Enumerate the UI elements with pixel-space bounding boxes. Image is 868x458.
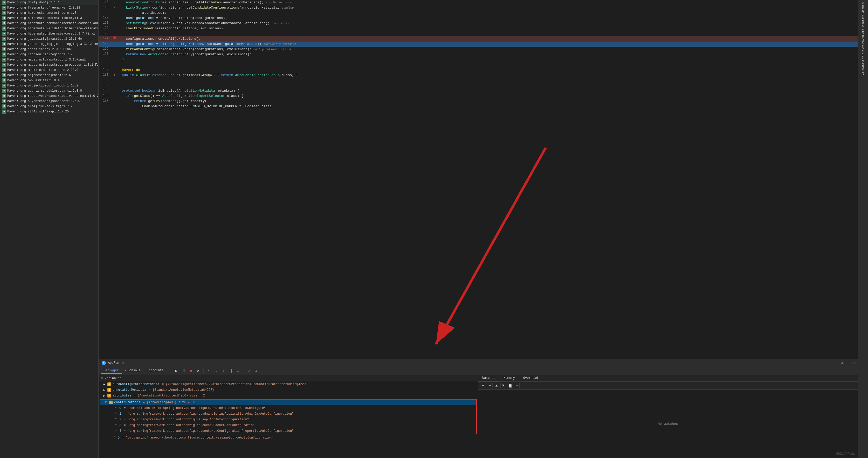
btn-stop[interactable]: ■ bbox=[188, 368, 194, 374]
btn-remove-watch[interactable]: − bbox=[487, 383, 493, 389]
maven-item[interactable]: MMaven: org.dom4j:dom4j:2.1.1 bbox=[0, 0, 98, 5]
maven-item-label: Maven: org.hamcrest:hamcrest-library:1.3 bbox=[7, 16, 82, 20]
var-expand[interactable] bbox=[110, 407, 113, 410]
code-content[interactable]: 118✓ AnnotationAttributes attributes = g… bbox=[99, 0, 858, 359]
btn-rerun[interactable]: ↺ bbox=[195, 368, 201, 374]
maven-item[interactable]: MMaven: org.javassist:javassist:3.23.1-G… bbox=[0, 36, 98, 41]
var-item[interactable]: ▼=configurations = {ArrayList@4408} size… bbox=[100, 400, 476, 405]
btn-resume[interactable]: ▶ bbox=[173, 368, 180, 374]
maven-icon: M bbox=[2, 6, 6, 10]
maven-item[interactable]: MMaven: org.lionsoul:ip2region:1.7.2 bbox=[0, 52, 98, 57]
var-expand[interactable] bbox=[110, 418, 113, 421]
maven-item[interactable]: MMaven: org.hibernate.common:hibernate-c… bbox=[0, 21, 98, 26]
btn-infinite[interactable]: ∞ bbox=[514, 383, 520, 389]
btn-move-down[interactable]: ▼ bbox=[500, 383, 506, 389]
var-expand[interactable] bbox=[110, 429, 113, 433]
btn-move-up[interactable]: ▲ bbox=[494, 383, 499, 389]
tab-watches[interactable]: Watches bbox=[478, 375, 499, 381]
line-gutter: ✓ bbox=[112, 5, 118, 9]
variables-content[interactable]: ▶oautoConfigurationMetadata = {AutoConfi… bbox=[99, 381, 478, 458]
btn-mute-breakpoints[interactable]: ⊘ bbox=[245, 368, 252, 374]
btn-add-watch[interactable]: + bbox=[480, 383, 486, 389]
btn-step-out[interactable]: ↑ bbox=[220, 368, 226, 374]
var-item[interactable]: "1 = "org.springframework.boot.autoconfi… bbox=[100, 411, 476, 417]
maven-item[interactable]: MMaven: org.jboss.jandex:2.0.5.Final bbox=[0, 47, 98, 52]
btn-pause[interactable]: ⏸ bbox=[181, 368, 187, 374]
sidebar-item[interactable]: Zoytic bbox=[859, 44, 867, 52]
maven-item-label: Maven: org.ow2.asm:asm:5.0.4 bbox=[7, 79, 60, 82]
maven-item[interactable]: MMaven: org.objenesis:objenesis:2.6 bbox=[0, 73, 98, 78]
maven-item[interactable]: MMaven: org.skyscreamer:jsonassert:1.5.0 bbox=[0, 99, 98, 104]
var-expand[interactable]: ▼ bbox=[104, 401, 107, 404]
var-value: = "org.springframework.boot.autoconfigur… bbox=[124, 424, 256, 427]
apprun-close[interactable]: ✕ bbox=[122, 361, 124, 365]
maven-item[interactable]: MMaven: org.hibernate:hibernate-core:5.3… bbox=[0, 31, 98, 36]
maven-item[interactable]: MMaven: org.quartz-scheduler:quartz:2.3.… bbox=[0, 88, 98, 93]
maven-item[interactable]: MMaven: org.ow2.asm:asm:5.0.4 bbox=[0, 78, 98, 83]
sidebar-item[interactable]: DataBase bbox=[859, 10, 867, 19]
variables-panel: ⊠ Variables ▶oautoConfigurationMetadata … bbox=[99, 375, 478, 458]
var-expand[interactable]: ▶ bbox=[103, 383, 106, 386]
var-item[interactable]: "2 = "org.springframework.boot.autoconfi… bbox=[100, 417, 476, 423]
var-item[interactable]: "4 = "org.springframework.boot.autoconfi… bbox=[100, 428, 476, 434]
apprun-label: AppRun bbox=[108, 361, 119, 365]
maven-item[interactable]: MMaven: org.projectlombok:lombok:1.18.2 bbox=[0, 83, 98, 88]
maven-item-label: Maven: org.hibernate.common:hibernate-co… bbox=[7, 22, 98, 25]
maven-item[interactable]: MMaven: org.jboss.logging:jboss-logging:… bbox=[0, 41, 98, 47]
maven-item[interactable]: MMaven: org.hamcrest:hamcrest-core:1.3 bbox=[0, 10, 98, 16]
maven-item[interactable]: MMaven: org.mapstruct:mapstruct-processo… bbox=[0, 62, 98, 67]
tab-memory[interactable]: Memory bbox=[499, 375, 519, 381]
maven-item-label: Maven: org.hamcrest:hamcrest-core:1.3 bbox=[7, 11, 76, 15]
tab-overhead[interactable]: Overhead bbox=[519, 375, 542, 381]
var-expand[interactable] bbox=[108, 436, 111, 439]
bottom-panel: ⊠ Variables ▶oautoConfigurationMetadata … bbox=[99, 375, 858, 458]
sidebar-item[interactable]: PlantUML bbox=[859, 60, 867, 68]
btn-evaluate[interactable]: ✏ bbox=[235, 368, 241, 374]
tab-debugger[interactable]: Debugger bbox=[101, 368, 122, 374]
maven-item[interactable]: MMaven: org.slf4j:jul-to-slf4j:1.7.25 bbox=[0, 104, 98, 109]
sidebar-item[interactable]: Bean Validato bbox=[859, 68, 867, 77]
btn-run-to-cursor[interactable]: →| bbox=[227, 368, 234, 374]
filter-icon[interactable]: ⊠ bbox=[101, 376, 102, 380]
maven-item-label: Maven: org.quartz-scheduler:quartz:2.3.0 bbox=[7, 89, 82, 93]
var-icon: " bbox=[114, 412, 118, 416]
maven-item[interactable]: MMaven: org.mapstruct:mapstruct:1.3.1.Fi… bbox=[0, 57, 98, 62]
var-item[interactable]: ▶oautoConfigurationMetadata = {AutoConfi… bbox=[99, 381, 478, 387]
btn-copy-watch[interactable]: 📋 bbox=[507, 383, 513, 389]
btn-step-into[interactable]: ↓ bbox=[213, 368, 219, 374]
sidebar-item[interactable]: Art bbox=[859, 27, 867, 35]
maven-item[interactable]: MMaven: org.slf4i:slf4i-api:1.7.25 bbox=[0, 109, 98, 114]
maven-item[interactable]: MMaven: org.mockito:mockito-core:2.23.0 bbox=[0, 67, 98, 73]
var-item[interactable]: "5 = "org.springframework.boot.autoconfi… bbox=[99, 435, 478, 440]
var-item[interactable]: ▶=attributes = {AnnotationAttributes@425… bbox=[99, 393, 478, 399]
var-item[interactable]: ▶oannotationMetadata = {StandardAnnotati… bbox=[99, 387, 478, 393]
sidebar-item[interactable]: Codota bbox=[859, 19, 867, 27]
maven-item[interactable]: MMaven: org.hibernate.validator:hibernat… bbox=[0, 26, 98, 31]
maximize-icon[interactable]: □ bbox=[852, 361, 855, 365]
var-item[interactable]: "0 = "com.alibaba.druid.spring.boot.auto… bbox=[100, 405, 476, 411]
tab-endpoints[interactable]: Endpoints bbox=[144, 368, 167, 374]
settings-icon[interactable]: ⚙ bbox=[841, 361, 843, 365]
var-expand[interactable] bbox=[110, 412, 113, 416]
maven-item[interactable]: MMaven: org.freemarker:freemarker:2.3.28 bbox=[0, 5, 98, 10]
sidebar-item[interactable]: Maven bbox=[859, 35, 867, 44]
maven-item[interactable]: MMaven: org.reactivestreams:reactive-str… bbox=[0, 93, 98, 99]
maven-icon: M bbox=[2, 104, 6, 109]
maven-item[interactable]: MMaven: org.hamcrest:hamcrest-library:1.… bbox=[0, 16, 98, 21]
btn-layout[interactable]: ⊞ bbox=[253, 368, 259, 374]
var-expand[interactable] bbox=[110, 424, 113, 427]
line-number: 126 bbox=[99, 47, 112, 51]
sidebar-item[interactable]: RestTool bbox=[859, 52, 867, 60]
var-expand[interactable]: ▶ bbox=[103, 394, 106, 397]
minimize-icon[interactable]: − bbox=[846, 361, 848, 365]
tab-console[interactable]: ● Console bbox=[122, 368, 144, 374]
code-line: 125 configurations = filter(configuratio… bbox=[99, 41, 858, 47]
var-expand[interactable]: ▶ bbox=[103, 389, 106, 392]
var-item[interactable]: "3 = "org.springframework.boot.autoconfi… bbox=[100, 423, 476, 428]
var-icon: " bbox=[114, 429, 118, 433]
sidebar-item[interactable]: Promoter bbox=[859, 2, 867, 10]
btn-step-over[interactable]: ↷ bbox=[206, 368, 212, 374]
apprun-tab[interactable]: ▶ AppRun ✕ ⚙ − □ bbox=[99, 359, 858, 367]
line-code: attributes); bbox=[118, 10, 858, 16]
maven-icon: M bbox=[2, 110, 6, 114]
